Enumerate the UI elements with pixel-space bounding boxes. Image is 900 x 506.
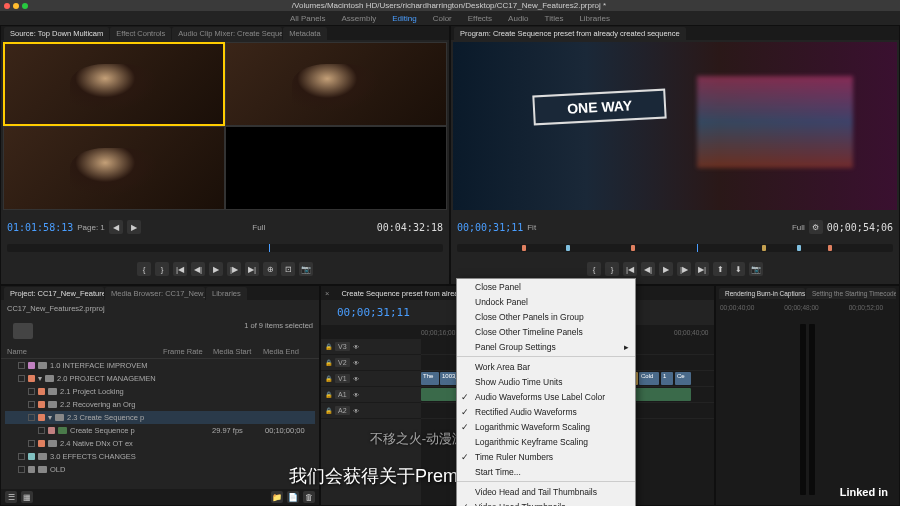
menu-item-undock-panel[interactable]: Undock Panel bbox=[457, 294, 635, 309]
multicam-angle-3[interactable] bbox=[3, 126, 225, 210]
clip[interactable]: 1 bbox=[661, 372, 673, 385]
folder-row[interactable]: 2.4 Native DNx OT ex bbox=[5, 437, 315, 450]
lock-icon[interactable]: 🔒 bbox=[325, 407, 332, 414]
go-to-in-button[interactable]: |◀ bbox=[623, 262, 637, 276]
menu-item-close-other-panels-in-group[interactable]: Close Other Panels in Group bbox=[457, 309, 635, 324]
multicam-angle-4[interactable] bbox=[225, 126, 447, 210]
overwrite-button[interactable]: ⊡ bbox=[281, 262, 295, 276]
toggle-track-icon[interactable]: 👁 bbox=[353, 344, 359, 350]
workspace-tab-libraries[interactable]: Libraries bbox=[579, 14, 610, 23]
folder-row[interactable]: 1.0 INTERFACE IMPROVEM bbox=[5, 359, 315, 372]
folder-row[interactable]: ▾2.0 PROJECT MANAGEMEN bbox=[5, 372, 315, 385]
folder-row[interactable]: 2.1 Project Locking bbox=[5, 385, 315, 398]
close-window-button[interactable] bbox=[4, 3, 10, 9]
menu-item-video-head-and-tail-thumbnails[interactable]: Video Head and Tail Thumbnails bbox=[457, 484, 635, 499]
lift-button[interactable]: ⬆ bbox=[713, 262, 727, 276]
toggle-track-icon[interactable]: 👁 bbox=[353, 408, 359, 414]
play-button[interactable]: ▶ bbox=[209, 262, 223, 276]
label-color-swatch[interactable] bbox=[28, 466, 35, 473]
track-label[interactable]: A1 bbox=[335, 390, 350, 399]
lock-icon[interactable]: 🔒 bbox=[325, 343, 332, 350]
project-tree[interactable]: 1.0 INTERFACE IMPROVEM▾2.0 PROJECT MANAG… bbox=[1, 359, 319, 489]
multicam-angle-2[interactable] bbox=[225, 42, 447, 126]
menu-item-close-other-timeline-panels[interactable]: Close Other Timeline Panels bbox=[457, 324, 635, 339]
project-tab[interactable]: Media Browser: CC17_New_Features2 bbox=[105, 287, 205, 300]
new-bin-button[interactable]: 📁 bbox=[271, 491, 283, 503]
col-mediaend[interactable]: Media End bbox=[263, 347, 313, 356]
project-tab[interactable]: Project: CC17_New_Features2 bbox=[4, 287, 104, 300]
col-framerate[interactable]: Frame Rate bbox=[163, 347, 213, 356]
delete-button[interactable]: 🗑 bbox=[303, 491, 315, 503]
step-back-button[interactable]: ◀| bbox=[191, 262, 205, 276]
disclosure-triangle-icon[interactable]: ▾ bbox=[48, 413, 52, 422]
checkbox[interactable] bbox=[28, 388, 35, 395]
menu-item-audio-waveforms-use-label-color[interactable]: Audio Waveforms Use Label Color bbox=[457, 389, 635, 404]
timeline-context-menu[interactable]: Close PanelUndock PanelClose Other Panel… bbox=[456, 278, 636, 506]
menu-item-start-time[interactable]: Start Time... bbox=[457, 464, 635, 479]
folder-row[interactable]: 3.0 EFFECTS CHANGES bbox=[5, 450, 315, 463]
next-page-button[interactable]: ▶ bbox=[127, 220, 141, 234]
source-tab[interactable]: Audio Clip Mixer: Create Sequence preset… bbox=[172, 27, 282, 40]
checkbox[interactable] bbox=[18, 466, 25, 473]
step-back-button[interactable]: ◀| bbox=[641, 262, 655, 276]
icon-view-button[interactable]: ▦ bbox=[21, 491, 33, 503]
col-mediastart[interactable]: Media Start bbox=[213, 347, 263, 356]
program-in-timecode[interactable]: 00;00;31;11 bbox=[457, 222, 523, 233]
menu-item-logarithmic-waveform-scaling[interactable]: Logarithmic Waveform Scaling bbox=[457, 419, 635, 434]
lock-icon[interactable]: 🔒 bbox=[325, 391, 332, 398]
menu-item-video-head-thumbnails[interactable]: Video Head Thumbnails bbox=[457, 499, 635, 506]
clip[interactable]: Ce bbox=[675, 372, 691, 385]
menu-item-time-ruler-numbers[interactable]: Time Ruler Numbers bbox=[457, 449, 635, 464]
track-label[interactable]: V2 bbox=[335, 358, 350, 367]
folder-row[interactable]: ▾2.3 Create Sequence p bbox=[5, 411, 315, 424]
mark-out-button[interactable]: } bbox=[155, 262, 169, 276]
source-multicam-view[interactable] bbox=[3, 42, 447, 210]
label-color-swatch[interactable] bbox=[38, 414, 45, 421]
program-out-timecode[interactable]: 00;00;54;06 bbox=[827, 222, 893, 233]
label-color-swatch[interactable] bbox=[48, 427, 55, 434]
program-full-label[interactable]: Full bbox=[792, 223, 805, 232]
export-frame-button[interactable]: 📷 bbox=[749, 262, 763, 276]
list-view-button[interactable]: ☰ bbox=[5, 491, 17, 503]
label-color-swatch[interactable] bbox=[28, 375, 35, 382]
checkbox[interactable] bbox=[18, 375, 25, 382]
toggle-track-icon[interactable]: 👁 bbox=[353, 392, 359, 398]
checkbox[interactable] bbox=[28, 440, 35, 447]
step-forward-button[interactable]: |▶ bbox=[677, 262, 691, 276]
track-header-v2[interactable]: 🔒V2👁 bbox=[321, 355, 421, 371]
folder-row[interactable]: OLD bbox=[5, 463, 315, 476]
checkbox[interactable] bbox=[28, 401, 35, 408]
lock-icon[interactable]: 🔒 bbox=[325, 375, 332, 382]
go-to-in-button[interactable]: |◀ bbox=[173, 262, 187, 276]
workspace-tab-audio[interactable]: Audio bbox=[508, 14, 528, 23]
workspace-tab-color[interactable]: Color bbox=[433, 14, 452, 23]
track-label[interactable]: V1 bbox=[335, 374, 350, 383]
source-zoom-label[interactable]: Full bbox=[252, 223, 265, 232]
label-color-swatch[interactable] bbox=[38, 401, 45, 408]
label-color-swatch[interactable] bbox=[28, 453, 35, 460]
settings-icon[interactable]: ⚙ bbox=[809, 220, 823, 234]
program-timebar[interactable] bbox=[457, 244, 893, 252]
menu-item-logarithmic-keyframe-scaling[interactable]: Logarithmic Keyframe Scaling bbox=[457, 434, 635, 449]
info-tab[interactable]: Rendering Burn-in Captions bbox=[719, 288, 805, 299]
go-to-out-button[interactable]: ▶| bbox=[695, 262, 709, 276]
multicam-angle-1[interactable] bbox=[3, 42, 225, 126]
workspace-tab-assembly[interactable]: Assembly bbox=[342, 14, 377, 23]
workspace-tab-titles[interactable]: Titles bbox=[545, 14, 564, 23]
menu-item-rectified-audio-waveforms[interactable]: Rectified Audio Waveforms bbox=[457, 404, 635, 419]
program-view[interactable]: ONE WAY bbox=[453, 42, 897, 210]
insert-button[interactable]: ⊕ bbox=[263, 262, 277, 276]
checkbox[interactable] bbox=[28, 414, 35, 421]
window-controls[interactable] bbox=[0, 0, 28, 11]
minimize-window-button[interactable] bbox=[13, 3, 19, 9]
source-in-timecode[interactable]: 01:01:58:13 bbox=[7, 222, 73, 233]
clip[interactable]: Cold bbox=[639, 372, 659, 385]
prev-page-button[interactable]: ◀ bbox=[109, 220, 123, 234]
folder-row[interactable]: 2.2 Recovering an Org bbox=[5, 398, 315, 411]
workspace-tab-editing[interactable]: Editing bbox=[392, 14, 416, 23]
info-tab[interactable]: Setting the Starting Timecode on Export bbox=[806, 288, 896, 299]
label-color-swatch[interactable] bbox=[28, 362, 35, 369]
export-frame-button[interactable]: 📷 bbox=[299, 262, 313, 276]
project-tab[interactable]: Libraries bbox=[206, 287, 247, 300]
source-out-timecode[interactable]: 00:04:32:18 bbox=[377, 222, 443, 233]
